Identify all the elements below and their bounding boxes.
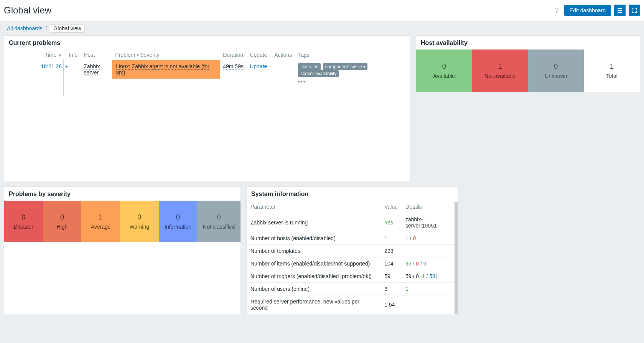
edit-dashboard-button[interactable]: Edit dashboard — [564, 5, 611, 16]
page-header: Global view ? Edit dashboard — [0, 0, 644, 21]
sev-disaster[interactable]: 0 Disaster — [4, 201, 43, 242]
sev-information[interactable]: 0 Information — [159, 201, 198, 242]
info-dot-icon — [66, 66, 68, 68]
problem-time[interactable]: 18:21:26 — [4, 60, 66, 88]
sysinfo-col-param: Parameter — [247, 201, 380, 213]
widget-system-information: System information Parameter Value Detai… — [246, 186, 458, 314]
col-update[interactable]: Update — [247, 49, 271, 60]
breadcrumb-current: Global view — [50, 24, 84, 33]
sev-warning[interactable]: 0 Warning — [120, 201, 159, 242]
sysinfo-value: 104 — [380, 257, 402, 270]
sysinfo-col-details: Details — [402, 201, 458, 213]
problem-tags: class: os component: system scope: avail… — [295, 60, 410, 88]
host-link[interactable]: Zabbix server — [84, 63, 100, 76]
problem-duration: 49m 59s — [220, 60, 247, 88]
col-duration[interactable]: Duration — [220, 49, 247, 60]
sysinfo-param: Required server performance, new values … — [247, 295, 380, 314]
tag[interactable]: class: os — [298, 63, 321, 70]
widget-title-sysinfo: System information — [247, 187, 458, 201]
severity-body: 0 Disaster 0 High 1 Average 0 Warning 0 — [4, 201, 240, 242]
sysinfo-details: 59 / 0 [1 / 58] — [402, 270, 458, 283]
sysinfo-details: 1 — [402, 283, 458, 295]
header-actions: ? Edit dashboard — [555, 5, 640, 16]
dashboard-row-2: Problems by severity 0 Disaster 0 High 1… — [4, 186, 640, 314]
sysinfo-details: 95 / 0 / 9 — [402, 257, 458, 270]
hamburger-icon — [617, 7, 623, 13]
breadcrumb-separator: / — [46, 25, 47, 31]
col-time[interactable]: Time ▼ — [4, 49, 66, 60]
col-actions[interactable]: Actions — [271, 49, 295, 60]
breadcrumb: All dashboards / Global view — [0, 21, 644, 35]
sysinfo-value: 3 — [380, 283, 402, 295]
scrollbar[interactable] — [455, 202, 458, 314]
table-row: 18:21:26Zabbix serverLinux: Zabbix agent… — [4, 60, 410, 88]
breadcrumb-all-dashboards[interactable]: All dashboards — [7, 25, 43, 31]
hostavail-body: 0 Available 1 Not available 0 Unknown 1 … — [416, 49, 640, 92]
sev-not-classified[interactable]: 0 Not classified — [197, 201, 240, 242]
table-row: Number of templates293 — [247, 245, 458, 257]
widget-current-problems: Current problems Time ▼ Info Host Proble… — [4, 35, 410, 181]
tag[interactable]: scope: availability — [298, 70, 339, 77]
col-tags[interactable]: Tags — [295, 49, 410, 60]
dashboard-actions-button[interactable] — [614, 5, 626, 16]
dashboard-grid: Current problems Time ▼ Info Host Proble… — [0, 35, 644, 318]
widget-title-severity: Problems by severity — [4, 187, 240, 201]
sysinfo-value: Yes — [380, 213, 402, 232]
col-problem[interactable]: Problem • Severity — [112, 49, 220, 60]
col-info[interactable]: Info — [66, 49, 81, 60]
sysinfo-value: 1.54 — [380, 295, 402, 314]
tag[interactable]: component: system — [323, 63, 367, 70]
sysinfo-details — [402, 295, 458, 314]
sysinfo-param: Zabbix server is running — [247, 213, 380, 232]
widget-title-problems: Current problems — [4, 36, 410, 49]
update-link[interactable]: Update — [250, 63, 267, 69]
sysinfo-param: Number of hosts (enabled/disabled) — [247, 232, 380, 245]
table-row: Number of users (online)31 — [247, 283, 458, 295]
table-row: Number of triggers (enabled/disabled [pr… — [247, 270, 458, 283]
table-row: Required server performance, new values … — [247, 295, 458, 314]
sysinfo-details — [402, 245, 458, 257]
sysinfo-col-value: Value — [380, 201, 402, 213]
problem-actions — [271, 60, 295, 88]
table-row: Number of items (enabled/disabled/not su… — [247, 257, 458, 270]
sysinfo-details: zabbix-server:10051 — [402, 213, 458, 232]
problem-update: Update — [247, 60, 271, 88]
page-title: Global view — [4, 5, 51, 16]
help-icon[interactable]: ? — [555, 6, 559, 15]
problem-host: Zabbix server — [81, 60, 112, 88]
sort-desc-icon: ▼ — [58, 53, 62, 58]
ha-unknown[interactable]: 0 Unknown — [528, 49, 584, 92]
sysinfo-param: Number of triggers (enabled/disabled [pr… — [247, 270, 380, 283]
sysinfo-param: Number of templates — [247, 245, 380, 257]
table-row: Zabbix server is runningYeszabbix-server… — [247, 213, 458, 232]
sysinfo-param: Number of users (online) — [247, 283, 380, 295]
ha-total[interactable]: 1 Total — [584, 49, 640, 92]
ha-available[interactable]: 0 Available — [416, 49, 472, 92]
fullscreen-button[interactable] — [629, 5, 640, 16]
problem-link[interactable]: Linux: Zabbix agent is not available (fo… — [116, 63, 209, 76]
sysinfo-param: Number of items (enabled/disabled/not su… — [247, 257, 380, 270]
widget-host-availability: Host availability 0 Available 1 Not avai… — [416, 35, 640, 93]
problems-table: Time ▼ Info Host Problem • Severity Dura… — [4, 49, 410, 88]
ha-not-available[interactable]: 1 Not available — [472, 49, 528, 92]
sysinfo-value: 293 — [380, 245, 402, 257]
sev-average[interactable]: 1 Average — [81, 201, 120, 242]
sysinfo-value: 1 — [380, 232, 402, 245]
problem-severity: Linux: Zabbix agent is not available (fo… — [112, 60, 220, 88]
sev-high[interactable]: 0 High — [43, 201, 82, 242]
fullscreen-icon — [631, 7, 637, 13]
col-host[interactable]: Host — [81, 49, 112, 60]
widget-problems-by-severity: Problems by severity 0 Disaster 0 High 1… — [4, 186, 241, 314]
sysinfo-table: Parameter Value Details Zabbix server is… — [247, 201, 458, 314]
widget-title-hostavail: Host availability — [416, 36, 640, 49]
sysinfo-value: 59 — [380, 270, 402, 283]
more-tags-icon[interactable]: ••• — [298, 79, 407, 85]
table-row: Number of hosts (enabled/disabled)11 / 0 — [247, 232, 458, 245]
problem-info — [66, 60, 81, 88]
sysinfo-details: 1 / 0 — [402, 232, 458, 245]
